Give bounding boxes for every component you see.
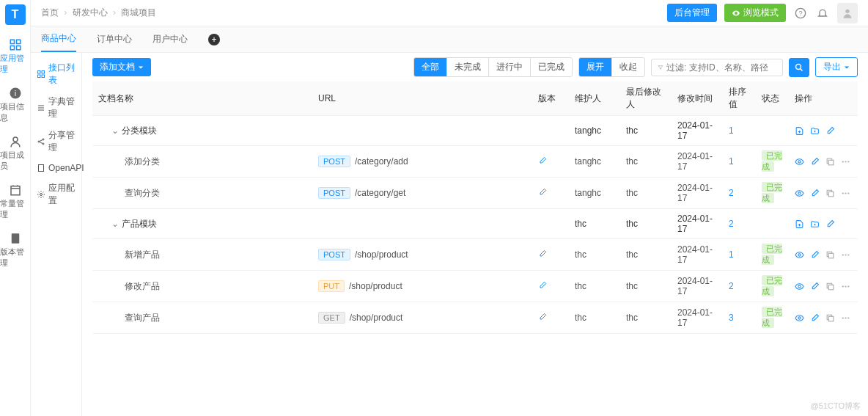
expand-group: 展开 收起 (578, 57, 645, 77)
svg-point-32 (798, 253, 801, 255)
add-doc-button[interactable]: 添加文档 (92, 58, 151, 76)
add-folder-icon[interactable] (810, 219, 820, 229)
svg-point-21 (796, 64, 801, 69)
preview-button[interactable]: 浏览模式 (724, 4, 786, 22)
add-folder-icon[interactable] (810, 126, 820, 136)
svg-point-37 (798, 285, 801, 287)
add-file-icon[interactable] (795, 219, 804, 229)
edit-icon[interactable] (810, 250, 820, 260)
side-menu-item[interactable]: 字典管理 (31, 91, 81, 125)
method-badge: POST (318, 187, 350, 199)
view-icon[interactable] (795, 282, 804, 291)
module-tabs: 商品中心 订单中心 用户中心 + (31, 26, 868, 53)
svg-point-16 (38, 141, 40, 142)
svg-text:?: ? (798, 10, 802, 17)
edit-icon[interactable] (810, 189, 820, 198)
side-menu-item[interactable]: OpenAPI (31, 158, 81, 178)
edit-icon[interactable] (538, 281, 547, 290)
main-content: 添加文档 全部 未完成 进行中 已完成 展开 收起 导出 文档名称 URL (82, 53, 868, 416)
more-icon[interactable] (841, 250, 850, 260)
side-menu-item[interactable]: 接口列表 (31, 57, 81, 91)
rail-item[interactable]: 版本管理 (0, 226, 30, 274)
top-actions: 后台管理 浏览模式 ? (667, 3, 858, 23)
add-file-icon[interactable] (795, 126, 804, 136)
svg-point-17 (43, 139, 44, 140)
help-icon[interactable]: ? (793, 6, 808, 21)
breadcrumb-item[interactable]: 研发中心 (73, 7, 108, 18)
filter-pending[interactable]: 未完成 (447, 58, 489, 76)
table-group-row[interactable]: ⌄产品模块thcthc2024-01-172 (92, 209, 858, 239)
edit-icon[interactable] (538, 188, 547, 197)
method-badge: POST (318, 156, 350, 167)
edit-icon[interactable] (810, 157, 820, 167)
status-badge: 已完成 (762, 244, 782, 265)
collapse-button[interactable]: 收起 (612, 58, 644, 76)
more-icon[interactable] (841, 157, 850, 167)
more-icon[interactable] (841, 313, 850, 323)
status-filter: 全部 未完成 进行中 已完成 (413, 57, 573, 77)
svg-point-18 (43, 143, 44, 145)
bell-icon[interactable] (815, 6, 830, 21)
filter-all[interactable]: 全部 (414, 58, 447, 76)
svg-rect-0 (10, 40, 14, 43)
edit-icon[interactable] (825, 126, 835, 136)
table-row[interactable]: 添加分类POST/category/addtanghcthc2024-01-17… (92, 146, 858, 178)
side-menu-item[interactable]: 分享管理 (31, 125, 81, 158)
rail-item[interactable]: 常量管理 (0, 178, 30, 226)
svg-point-24 (842, 161, 844, 162)
view-icon[interactable] (795, 250, 804, 260)
add-tab-button[interactable]: + (208, 34, 220, 45)
search-box[interactable] (651, 59, 783, 76)
copy-icon[interactable] (825, 250, 835, 260)
edit-icon[interactable] (810, 313, 820, 323)
breadcrumb-item[interactable]: 商城项目 (121, 7, 156, 18)
copy-icon[interactable] (825, 189, 835, 198)
table-row[interactable]: 查询分类POST/category/gettanghcthc2024-01-17… (92, 178, 858, 209)
col-modifier: 最后修改人 (620, 81, 672, 116)
table-row[interactable]: 查询产品GET/shop/productthcthc2024-01-173已完成 (92, 302, 858, 334)
expand-button[interactable]: 展开 (579, 58, 612, 76)
svg-point-46 (847, 317, 849, 318)
view-icon[interactable] (795, 157, 804, 167)
rail-item[interactable]: 应用管理 (0, 32, 30, 81)
table-row[interactable]: 修改产品PUT/shop/productthcthc2024-01-172已完成 (92, 271, 858, 302)
tab-order-center[interactable]: 订单中心 (97, 26, 132, 52)
export-button[interactable]: 导出 (815, 57, 858, 77)
copy-icon[interactable] (825, 282, 835, 291)
svg-rect-3 (16, 46, 20, 50)
edit-icon[interactable] (538, 249, 547, 258)
copy-icon[interactable] (825, 157, 835, 167)
view-icon[interactable] (795, 189, 804, 198)
chevron-right-icon: › (64, 7, 67, 18)
edit-icon[interactable] (810, 282, 820, 291)
tab-product-center[interactable]: 商品中心 (41, 26, 76, 52)
backstage-button[interactable]: 后台管理 (667, 4, 717, 22)
table-row[interactable]: 新增产品POST/shop/productthcthc2024-01-171已完… (92, 239, 858, 271)
view-icon[interactable] (795, 313, 804, 323)
more-icon[interactable] (841, 282, 850, 291)
svg-rect-43 (828, 316, 834, 321)
avatar[interactable] (837, 3, 858, 23)
table-group-row[interactable]: ⌄分类模块tanghcthc2024-01-171 (92, 116, 858, 146)
filter-progress[interactable]: 进行中 (489, 58, 531, 76)
search-button[interactable] (789, 58, 809, 77)
edit-icon[interactable] (538, 156, 547, 165)
svg-point-6 (13, 137, 18, 142)
breadcrumb-item[interactable]: 首页 (41, 7, 59, 18)
side-menu: 接口列表字典管理分享管理OpenAPI应用配置 (31, 53, 82, 416)
side-menu-item[interactable]: 应用配置 (31, 178, 81, 211)
col-sort: 排序值 (723, 81, 756, 116)
svg-rect-33 (828, 253, 834, 258)
col-ops: 操作 (789, 81, 858, 116)
edit-icon[interactable] (538, 313, 547, 321)
rail-item[interactable]: i项目信息 (0, 81, 30, 129)
rail-item[interactable]: 项目成员 (0, 129, 30, 178)
app-logo[interactable]: T (5, 4, 26, 25)
edit-icon[interactable] (825, 219, 835, 229)
tab-user-center[interactable]: 用户中心 (152, 26, 188, 52)
search-input[interactable] (666, 62, 776, 73)
more-icon[interactable] (841, 189, 850, 198)
filter-done[interactable]: 已完成 (531, 58, 572, 76)
copy-icon[interactable] (825, 313, 835, 323)
chevron-down-icon (844, 65, 850, 70)
